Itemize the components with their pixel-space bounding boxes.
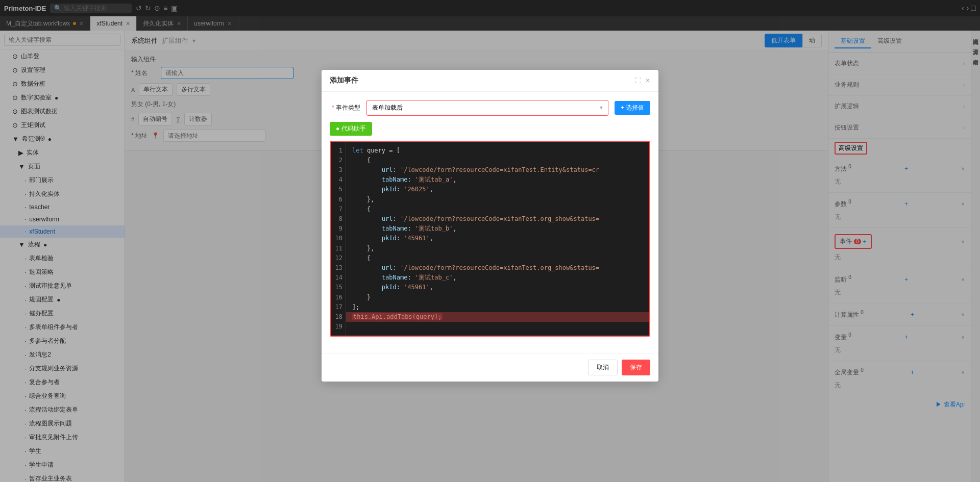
- event-type-row: 事件类型 表单加载后 ▾ + 选择值: [330, 100, 650, 116]
- code-content: let query = [ { url: '/lowcode/form?reso…: [346, 142, 649, 336]
- code-line-16: }: [352, 293, 643, 302]
- code-area: ● 代码助手: [330, 122, 650, 136]
- dialog-title: 添加事件: [330, 76, 358, 85]
- code-line-13: url: '/lowcode/form?resourceCode=xifanTe…: [352, 263, 643, 273]
- event-type-value: 表单加载后: [372, 104, 403, 112]
- dialog-overlay: 添加事件 ⛶ ✕ 事件类型 表单加载后 ▾ + 选择值 ● 代码助手: [0, 0, 980, 482]
- event-type-select-wrap: 表单加载后 ▾: [366, 100, 608, 116]
- dialog-maximize-icon[interactable]: ⛶: [635, 77, 641, 84]
- code-line-7: {: [352, 205, 643, 214]
- save-button[interactable]: 保存: [622, 360, 650, 375]
- line-numbers: 12345 678910 1112131415 16171819: [331, 142, 346, 336]
- code-line-4: tabName: '测试tab_a',: [352, 175, 643, 185]
- dialog-close-icon[interactable]: ✕: [645, 77, 650, 84]
- code-line-17: ];: [352, 302, 643, 312]
- code-line-14: tabName: '测试tab_c',: [352, 273, 643, 283]
- add-event-dialog: 添加事件 ⛶ ✕ 事件类型 表单加载后 ▾ + 选择值 ● 代码助手: [322, 70, 658, 382]
- code-line-11: },: [352, 244, 643, 253]
- code-line-15: pkId: '45961',: [352, 283, 643, 292]
- select-arrow-icon: ▾: [600, 104, 603, 111]
- code-line-9: tabName: '测试tab_b',: [352, 224, 643, 234]
- code-line-8: url: '/lowcode/form?resourceCode=xifanTe…: [352, 214, 643, 224]
- code-line-12: {: [352, 253, 643, 263]
- dialog-header-icons: ⛶ ✕: [635, 77, 650, 84]
- code-helper-btn[interactable]: ● 代码助手: [330, 122, 372, 136]
- code-line-19: this.Api.addTabs(query);: [346, 312, 649, 322]
- dialog-header: 添加事件 ⛶ ✕: [322, 70, 658, 92]
- event-type-select[interactable]: 表单加载后 ▾: [366, 100, 608, 116]
- code-line-3: url: '/lowcode/form?resourceCode=xifanTe…: [352, 165, 643, 175]
- dialog-body: 事件类型 表单加载后 ▾ + 选择值 ● 代码助手 12345 678910: [322, 92, 658, 353]
- code-editor[interactable]: 12345 678910 1112131415 16171819 let que…: [331, 142, 649, 336]
- event-type-label: 事件类型: [330, 104, 360, 112]
- dialog-footer: 取消 保存: [322, 353, 658, 382]
- code-editor-wrap: 12345 678910 1112131415 16171819 let que…: [330, 141, 650, 337]
- code-line-6: },: [352, 195, 643, 205]
- code-line-1: let query = [: [352, 146, 643, 156]
- select-value-btn[interactable]: + 选择值: [615, 101, 650, 115]
- code-line-10: pkId: '45961',: [352, 234, 643, 243]
- code-line-2: {: [352, 156, 643, 165]
- code-line-5: pkId: '26025',: [352, 185, 643, 194]
- cancel-button[interactable]: 取消: [588, 360, 618, 375]
